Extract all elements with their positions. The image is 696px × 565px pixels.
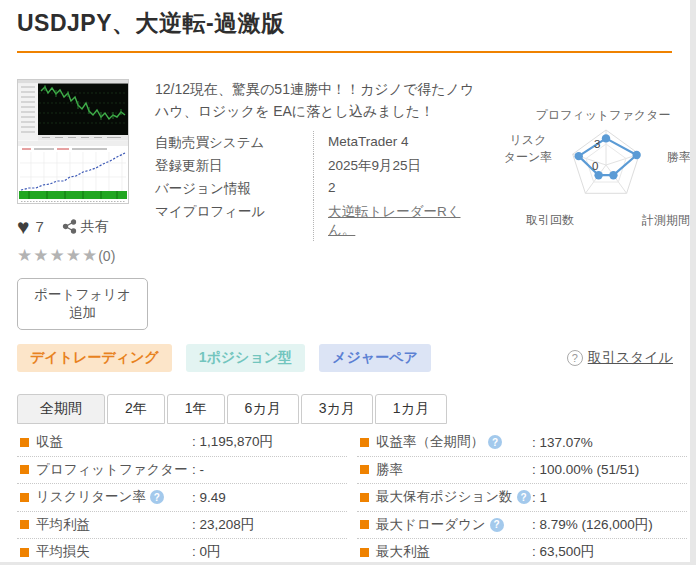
spec-label: 自動売買システム	[155, 131, 313, 154]
stat-label: 平均利益	[36, 516, 90, 534]
help-icon[interactable]: ?	[150, 490, 164, 504]
radar-axis-label-profit-factor: プロフィットファクター	[493, 107, 690, 124]
tab-period-2[interactable]: 2年	[107, 394, 165, 424]
radar-axis-label-period: 計測期間	[642, 212, 690, 229]
tab-period-3[interactable]: 1年	[167, 394, 225, 424]
share-label: 共有	[81, 218, 109, 236]
trade-style-label: 取引スタイル	[588, 349, 673, 367]
spec-row: 自動売買システムMetaTrader 4	[155, 131, 487, 154]
radar-tick-low: 0	[592, 160, 598, 172]
help-icon[interactable]: ?	[490, 518, 504, 532]
like-count: 7	[35, 218, 43, 235]
spec-row: バージョン情報2	[155, 177, 487, 200]
stat-label-wrap: 最大保有ポジション数?	[360, 488, 532, 506]
stat-label-wrap: リスクリターン率?	[20, 488, 192, 506]
radar-axis-label-trade-count: 取引回数	[526, 212, 574, 229]
stats-column-left: 収益: 1,195,870円プロフィットファクター: -リスクリターン率?: 9…	[17, 429, 347, 562]
stat-row: 最大ドローダウン?: 8.79% (126,000円)	[357, 512, 687, 540]
stat-label: 平均損失	[36, 543, 90, 561]
product-summary-section: ♥ 7 共有 ★★★★★(0) ポートフォリオ追加 12/12現在、驚異の51連…	[17, 79, 678, 330]
stat-value: : 9.49	[192, 490, 226, 505]
add-portfolio-button[interactable]: ポートフォリオ追加	[17, 278, 148, 330]
spec-row: 登録更新日2025年9月25日	[155, 154, 487, 177]
orange-square-bullet-icon	[20, 438, 29, 447]
orange-square-bullet-icon	[360, 465, 369, 474]
stat-label-wrap: 平均損失	[20, 543, 192, 561]
product-description: 12/12現在、驚異の51連勝中！！カジノで得たノウハウ、ロジックを EAに落と…	[155, 79, 487, 122]
stat-label: 収益	[36, 433, 63, 451]
stat-label: 勝率	[376, 461, 403, 479]
period-tabs: 全期間2年1年6カ月3カ月1カ月	[17, 394, 678, 424]
stat-label-wrap: 平均利益	[20, 516, 192, 534]
tag-badge[interactable]: 1ポジション型	[186, 344, 305, 372]
product-info-column: 12/12現在、驚異の51連勝中！！カジノで得たノウハウ、ロジックを EAに落と…	[155, 79, 487, 330]
spec-value: 2	[313, 177, 487, 200]
orange-square-bullet-icon	[360, 493, 369, 502]
radar-axis-label-win-rate: 勝率	[667, 149, 690, 166]
help-icon[interactable]: ?	[517, 490, 531, 504]
spec-value: MetaTrader 4	[313, 131, 487, 154]
stat-row: 最大保有ポジション数?: 1	[357, 484, 687, 512]
stat-label-wrap: 最大利益	[360, 543, 532, 561]
orange-square-bullet-icon	[20, 520, 29, 529]
stat-label: プロフィットファクター	[36, 461, 188, 479]
radar-tick-high: 3	[594, 138, 600, 150]
product-page: USDJPY、大逆転-過激版	[0, 0, 690, 562]
backtest-chart-thumbnail[interactable]	[17, 79, 129, 204]
stat-row: 平均利益: 23,208円	[17, 512, 347, 540]
page-title: USDJPY、大逆転-過激版	[17, 8, 678, 39]
stats-table: 収益: 1,195,870円プロフィットファクター: -リスクリターン率?: 9…	[17, 429, 678, 562]
trade-style-link[interactable]: ? 取引スタイル	[567, 349, 673, 367]
spec-label: バージョン情報	[155, 177, 313, 200]
help-icon[interactable]: ?	[488, 435, 502, 449]
spec-row: マイプロフィール大逆転トレーダーRくん。	[155, 200, 487, 241]
share-icon	[62, 219, 77, 234]
orange-square-bullet-icon	[360, 438, 369, 447]
stat-label-wrap: 収益率（全期間）?	[360, 433, 532, 451]
tag-badge[interactable]: メジャーペア	[319, 344, 431, 372]
orange-square-bullet-icon	[360, 548, 369, 557]
stat-value: : 137.07%	[532, 435, 593, 450]
spec-value: 大逆転トレーダーRくん。	[313, 200, 487, 241]
radar-chart: プロフィットファクター 勝率 計測期間 取引回数 リスク ターン率 3 0	[493, 79, 690, 251]
stat-row: 収益: 1,195,870円	[17, 429, 347, 457]
tab-period-5[interactable]: 3カ月	[301, 394, 373, 424]
stat-row: 収益率（全期間）?: 137.07%	[357, 429, 687, 457]
stat-row: リスクリターン率?: 9.49	[17, 484, 347, 512]
rating-stars-icon: ★★★★★	[17, 246, 98, 265]
orange-square-bullet-icon	[20, 465, 29, 474]
social-row: ♥ 7 共有	[17, 216, 148, 237]
rating-count: (0)	[98, 248, 115, 264]
radar-column: プロフィットファクター 勝率 計測期間 取引回数 リスク ターン率 3 0	[487, 79, 690, 330]
stat-value: : 23,208円	[192, 516, 254, 534]
stat-value: : -	[192, 462, 204, 477]
rating-row[interactable]: ★★★★★(0)	[17, 245, 148, 266]
stat-row: 勝率: 100.00% (51/51)	[357, 457, 687, 485]
tags-row: デイトレーディング1ポジション型メジャーペア ? 取引スタイル	[17, 344, 678, 372]
stat-label: リスクリターン率	[36, 488, 146, 506]
stat-row: 平均損失: 0円	[17, 539, 347, 562]
stat-label: 最大利益	[376, 543, 430, 561]
stat-label: 最大ドローダウン	[376, 516, 486, 534]
profile-link[interactable]: 大逆転トレーダーRくん。	[328, 204, 461, 237]
title-divider	[17, 51, 672, 53]
stat-value: : 63,500円	[532, 543, 594, 561]
share-button[interactable]: 共有	[62, 218, 109, 236]
orange-square-bullet-icon	[20, 493, 29, 502]
spec-label: マイプロフィール	[155, 200, 313, 241]
stats-column-right: 収益率（全期間）?: 137.07%勝率: 100.00% (51/51)最大保…	[357, 429, 687, 562]
orange-square-bullet-icon	[20, 548, 29, 557]
stat-value: : 1,195,870円	[192, 433, 273, 451]
like-heart-icon[interactable]: ♥	[17, 216, 29, 237]
product-media-column: ♥ 7 共有 ★★★★★(0) ポートフォリオ追加	[17, 79, 148, 330]
tab-period-4[interactable]: 6カ月	[227, 394, 299, 424]
tag-list: デイトレーディング1ポジション型メジャーペア	[17, 344, 445, 372]
radar-axis-label-risk-return: リスク ターン率	[495, 132, 561, 166]
tab-period-1[interactable]: 全期間	[17, 394, 105, 424]
stat-row: プロフィットファクター: -	[17, 457, 347, 485]
stat-value: : 1	[532, 490, 547, 505]
stat-label-wrap: 収益	[20, 433, 192, 451]
tab-period-6[interactable]: 1カ月	[375, 394, 447, 424]
stat-value: : 100.00% (51/51)	[532, 462, 639, 477]
tag-badge[interactable]: デイトレーディング	[17, 344, 172, 372]
